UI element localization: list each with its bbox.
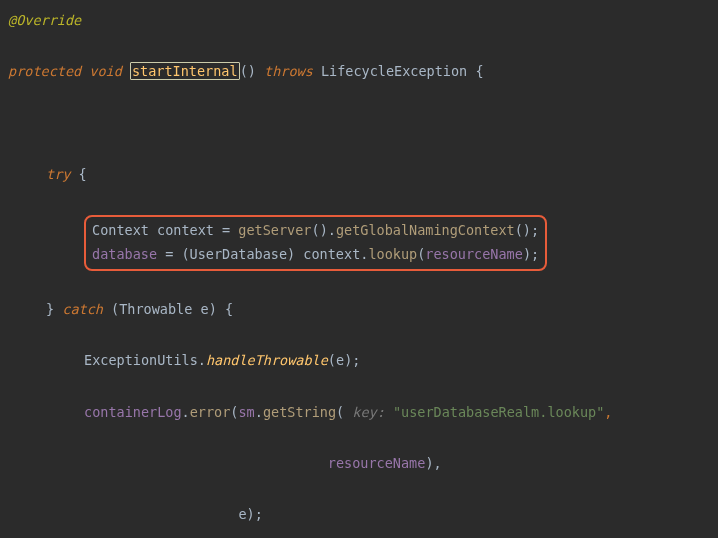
dot: . [198, 352, 206, 368]
blank-line [8, 111, 718, 137]
kw-try: try [46, 166, 70, 182]
var-e: e [238, 506, 246, 522]
call-getserver: getServer [238, 222, 311, 238]
code-line: e); [8, 502, 718, 528]
code-line: ExceptionUtils.handleThrowable(e); [8, 348, 718, 374]
kw-protected: protected [8, 63, 81, 79]
field-resourcename: resourceName [425, 246, 523, 262]
code-line: containerLog.error(sm.getString( key: "u… [8, 400, 718, 426]
comma: , [604, 404, 612, 420]
code-line: resourceName), [8, 451, 718, 477]
punc: (); [515, 222, 539, 238]
call-lookup: lookup [368, 246, 417, 262]
op-eq: = [214, 222, 238, 238]
paren-open: ( [328, 352, 336, 368]
field-containerlog: containerLog [84, 404, 182, 420]
punc: ) { [209, 301, 233, 317]
fn-startInternal: startInternal [130, 62, 240, 80]
parens: () [240, 63, 256, 79]
punc: ), [425, 455, 441, 471]
kw-void: void [89, 63, 122, 79]
code-line: } catch (Throwable e) { [8, 297, 718, 323]
string-literal: "userDatabaseRealm.lookup" [393, 404, 604, 420]
type-userdatabase: UserDatabase [190, 246, 288, 262]
field-sm: sm [238, 404, 254, 420]
call-getstring: getString [263, 404, 336, 420]
kw-catch: catch [62, 301, 103, 317]
brace-open: { [79, 166, 87, 182]
paren-open: ( [336, 404, 344, 420]
punc: ); [523, 246, 539, 262]
punc: ) [287, 246, 303, 262]
type-exceptionutils: ExceptionUtils [84, 352, 198, 368]
pad [84, 455, 328, 471]
punc: (). [312, 222, 336, 238]
highlighted-block: Context context = getServer().getGlobalN… [8, 213, 718, 271]
fn-handlethrowable: handleThrowable [206, 352, 328, 368]
code-line: @Override [8, 8, 718, 34]
var-context: context [303, 246, 360, 262]
pad [84, 506, 238, 522]
type-lifecycleexception: LifecycleException [321, 63, 467, 79]
punc: ); [344, 352, 360, 368]
call-getglobalnamingcontext: getGlobalNamingContext [336, 222, 515, 238]
var-e: e [336, 352, 344, 368]
var-e: e [201, 301, 209, 317]
annotation-override: @Override [8, 12, 81, 28]
code-line: Context context = getServer().getGlobalN… [92, 219, 539, 243]
call-error: error [190, 404, 231, 420]
paren-open: ( [111, 301, 119, 317]
code-block: @Override protected void startInternal()… [8, 8, 718, 538]
punc: ); [247, 506, 263, 522]
code-line: database = (UserDatabase) context.lookup… [92, 243, 539, 267]
type-context: Context [92, 222, 149, 238]
dot: . [255, 404, 263, 420]
highlight-box: Context context = getServer().getGlobalN… [84, 215, 547, 271]
op-eq: = ( [157, 246, 190, 262]
var-context: context [157, 222, 214, 238]
dot: . [182, 404, 190, 420]
brace-open: { [475, 63, 483, 79]
code-line: try { [8, 162, 718, 188]
field-database: database [92, 246, 157, 262]
type-throwable: Throwable [119, 301, 192, 317]
param-hint-key: key: [344, 404, 393, 420]
code-line: protected void startInternal() throws Li… [8, 59, 718, 85]
brace-close: } [46, 301, 54, 317]
kw-throws: throws [264, 63, 313, 79]
field-resourcename: resourceName [328, 455, 426, 471]
